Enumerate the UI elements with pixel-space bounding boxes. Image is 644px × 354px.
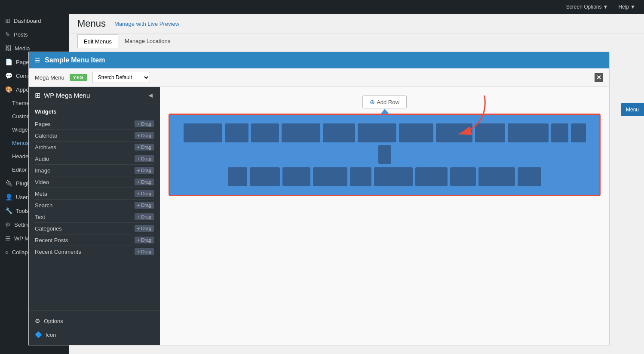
modal-close-button[interactable]: ✕ [595,73,603,82]
add-row-plus-icon: ⊕ [370,99,375,105]
block [313,167,347,186]
block [399,123,433,142]
widget-item-text: Text + Drag [69,211,154,223]
block [350,167,371,186]
widgets-title: Widgets [69,108,154,115]
block [225,123,248,142]
modal-body: ⊞ WP Mega Menu ◄ Widgets Pages + Drag [69,87,609,345]
modal-subheader: Mega Menu YES Stretch Default Stretch No… [69,68,609,87]
admin-bar-right: Screen Options ▼ Help ▼ [563,2,639,12]
block [571,123,586,142]
widget-item-categories: Categories + Drag [69,223,154,234]
screen-options-button[interactable]: Screen Options ▼ [563,2,612,12]
help-label: Help [618,4,629,10]
block [251,123,279,142]
dashboard-icon: ⊞ [5,17,10,24]
block [184,123,222,142]
widget-drag-categories[interactable]: + Drag [135,225,154,232]
sidebar-item-label: Editor [12,166,27,173]
media-icon: 🖼 [5,45,11,52]
widget-item-search: Search + Drag [69,200,154,211]
left-panel: ⊞ WP Mega Menu ◄ Widgets Pages + Drag [69,87,160,345]
icon-item[interactable]: 🔷 Icon [69,328,154,342]
block [378,145,391,164]
wpmega-icon: ☰ [5,235,11,242]
screen-options-arrow-icon: ▼ [603,4,608,10]
widget-drag-text[interactable]: + Drag [135,213,154,220]
widget-item-image: Image + Drag [69,165,154,176]
left-panel-footer: ⚙ Options 🔷 Icon [69,310,160,345]
wp-layout: ⊞ Dashboard ✎ Posts 🖼 Media 📄 Pages 💬 Co… [0,14,644,354]
main-content: Menus Manage with Live Preview Edit Menu… [69,14,644,354]
widget-item-calendar: Calendar + Drag [69,130,154,142]
block [551,123,568,142]
widget-drag-archives[interactable]: + Drag [135,144,154,151]
help-button[interactable]: Help ▼ [615,2,639,12]
screen-options-label: Screen Options [566,4,602,10]
widget-item-meta: Meta + Drag [69,188,154,200]
wp-mega-menu-title: WP Mega Menu [69,92,90,99]
block [374,167,413,186]
mega-menu-row[interactable] [169,114,601,196]
block [358,123,396,142]
menu-float-label: Menu [626,107,639,113]
add-row-button[interactable]: ⊕ Add Row [362,95,407,108]
add-row-container: ⊕ Add Row [169,95,601,108]
tab-edit-menus-label: Edit Menus [84,38,112,45]
widget-drag-calendar[interactable]: + Drag [135,132,154,139]
tab-edit-menus[interactable]: Edit Menus [77,34,118,48]
block [282,167,310,186]
menu-float-button[interactable]: Menu [621,103,644,116]
page-background: Menus Manage with Live Preview Edit Menu… [69,14,644,354]
widgets-section: Widgets Pages + Drag Calendar + Drag [69,104,160,310]
widget-item-archives: Archives + Drag [69,142,154,153]
widget-drag-audio[interactable]: + Drag [135,155,154,162]
sidebar-item-label: Menus [12,140,29,146]
tab-manage-locations[interactable]: Manage Locations [118,34,177,48]
stretch-select[interactable]: Stretch Default Stretch No Stretch [92,72,150,83]
admin-page-header: Menus Manage with Live Preview [69,14,644,34]
block [323,123,355,142]
sidebar-item-posts[interactable]: ✎ Posts [0,28,69,41]
sidebar-item-label: Media [15,45,30,52]
blocks-row-2 [177,167,592,186]
sidebar-item-label: Dashboard [14,18,41,24]
admin-bar: Screen Options ▼ Help ▼ [0,0,644,14]
modal-title: Sample Menu Item [69,56,105,64]
block [450,167,476,186]
blocks-row-1 [177,123,592,164]
widget-drag-search[interactable]: + Drag [135,202,154,209]
block [250,167,280,186]
right-panel: ⊕ Add Row [160,87,609,345]
block [508,123,549,142]
collapse-panel-button[interactable]: ◄ [147,92,154,99]
widget-drag-recent-comments[interactable]: + Drag [135,248,154,255]
mega-menu-toggle[interactable]: YES [70,74,87,81]
manage-live-preview-link[interactable]: Manage with Live Preview [114,21,179,27]
options-item[interactable]: ⚙ Options [69,314,154,328]
widget-drag-pages[interactable]: + Drag [135,120,154,127]
tools-icon: 🔧 [5,207,12,214]
widget-drag-video[interactable]: + Drag [135,179,154,185]
sidebar-item-label: Posts [14,31,28,38]
modal-header: ☰ Sample Menu Item [69,52,609,68]
appearance-icon: 🎨 [5,86,12,93]
collapse-icon: « [5,249,9,255]
sidebar-item-label: Tools [16,208,29,214]
widget-item-recent-comments: Recent Comments + Drag [69,246,154,257]
mega-menu-modal: ☰ Sample Menu Item Mega Menu YES Stretch… [69,52,610,345]
wp-mega-menu-header: ⊞ WP Mega Menu ◄ [69,87,160,104]
block [475,123,505,142]
widget-drag-recent-posts[interactable]: + Drag [135,237,154,243]
block [228,167,247,186]
widget-drag-meta[interactable]: + Drag [135,190,154,197]
comments-icon: 💬 [5,72,12,79]
block [415,167,448,186]
widget-drag-image[interactable]: + Drag [135,167,154,174]
posts-icon: ✎ [5,31,10,38]
sidebar-item-dashboard[interactable]: ⊞ Dashboard [0,14,69,28]
block [518,167,541,186]
block [478,167,515,186]
plugins-icon: 🔌 [5,180,12,187]
users-icon: 👤 [5,194,12,200]
